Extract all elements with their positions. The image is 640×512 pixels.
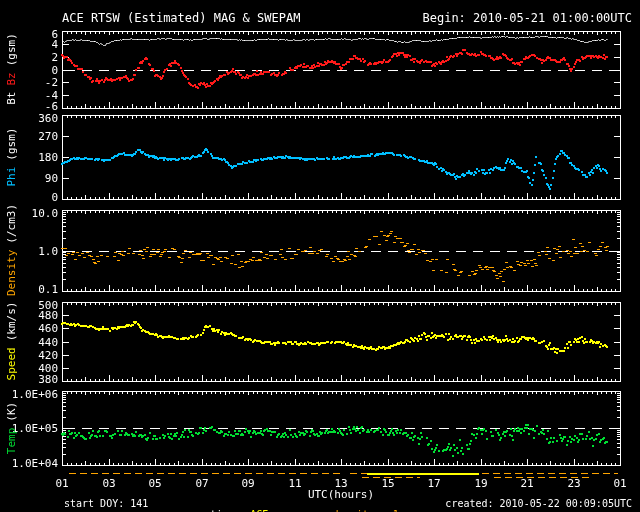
y-axis-label-speed-unit: (km/s) [5, 302, 18, 342]
y-axis-label-mag-unit: (gsm) [5, 33, 18, 66]
y-axis-label-temp: Temp(K) [5, 353, 19, 503]
created-timestamp: created: 2010-05-22 00:09:05UTC [445, 498, 632, 509]
caution-legend: caution:ACE maneuverdensity < 1 [168, 498, 409, 512]
y-axis-label-density-unit: (/cm3) [5, 204, 18, 244]
y-axis-label-temp-unit: (K) [5, 402, 18, 422]
start-doy-label: start DOY: 141 [64, 498, 148, 509]
plot-canvas [0, 0, 640, 512]
page-title: ACE RTSW (Estimated) MAG & SWEPAM [62, 11, 300, 25]
ace-rtsw-plot: ACE RTSW (Estimated) MAG & SWEPAM Begin:… [0, 0, 640, 512]
y-axis-label-phi-unit: (gsm) [5, 128, 18, 161]
y-axis-label-temp-name: Temp [5, 428, 18, 455]
begin-timestamp: Begin: 2010-05-21 01:00:00UTC [422, 11, 632, 25]
